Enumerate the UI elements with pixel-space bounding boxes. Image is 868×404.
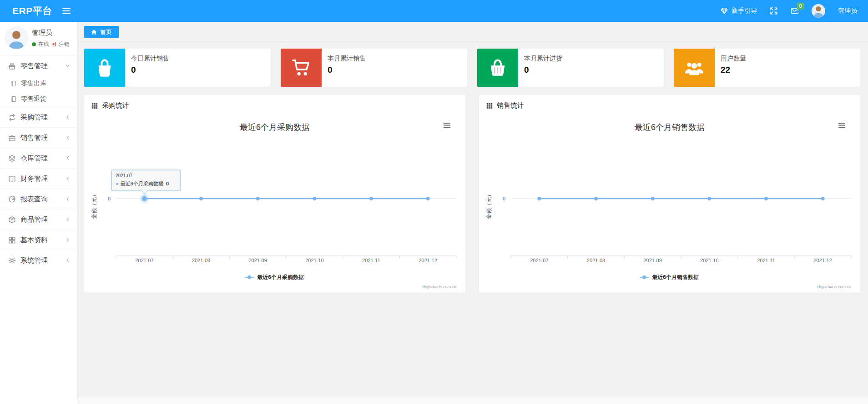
- sidebar-item-销售管理[interactable]: 销售管理: [0, 127, 77, 148]
- logout-label: 注销: [59, 40, 70, 48]
- sidebar-item-报表查询[interactable]: 报表查询: [0, 189, 77, 209]
- x-tick-label: 2021-12: [813, 258, 832, 263]
- stat-card-本月累计进货[interactable]: 本月累计进货 0: [477, 49, 664, 87]
- breadcrumb-bar: 首页: [77, 22, 868, 43]
- sidebar-item-系统管理[interactable]: 系统管理: [0, 250, 77, 270]
- sidebar-user-name: 管理员: [32, 29, 70, 37]
- sidebar-subitem-零售退货[interactable]: 零售退货: [0, 91, 77, 107]
- navbar-username[interactable]: 管理员: [838, 7, 857, 15]
- tooltip-header: 2021-07: [116, 173, 132, 178]
- main-content: 今日累计销售 0 本月累计销售 0 本月累计进货 0 用户数量 22 采购统计 …: [77, 43, 868, 404]
- x-tick-label: 2021-08: [192, 258, 210, 263]
- data-point-marker: [594, 197, 598, 200]
- stat-card-value: 0: [328, 65, 366, 75]
- sidebar-toggle-button[interactable]: [62, 6, 72, 16]
- chart-legend[interactable]: 最近6个月采购数据: [245, 274, 304, 280]
- sidebar-subitem-label: 零售退货: [21, 95, 46, 103]
- messages-button[interactable]: 0: [791, 7, 799, 15]
- grid4-icon: [8, 236, 16, 244]
- logout-link[interactable]: 注销: [51, 40, 70, 48]
- panel-header: 采购统计: [84, 95, 465, 116]
- basket-icon: [477, 49, 518, 87]
- svg-text:最近6个月销售数据: 最近6个月销售数据: [635, 123, 705, 132]
- chart-legend[interactable]: 最近6个月销售数据: [640, 274, 699, 280]
- chart-最近6个月采购数据: 最近6个月采购数据0金额（元）2021-072021-082021-092021…: [84, 116, 465, 294]
- y-axis-title: 金额（元）: [91, 192, 97, 219]
- fullscreen-button[interactable]: [770, 7, 778, 15]
- tab-home[interactable]: 首页: [84, 26, 119, 38]
- stat-card-label: 用户数量: [721, 55, 746, 63]
- guide-button[interactable]: 新手引导: [720, 7, 757, 15]
- signout-icon: [51, 41, 57, 47]
- sidebar-item-label: 零售管理: [20, 62, 48, 70]
- series-最近6个月销售数据[interactable]: [537, 197, 824, 200]
- chevron-left-icon: [65, 155, 71, 161]
- data-point-marker: [142, 196, 147, 201]
- x-tick-label: 2021-11: [362, 258, 380, 263]
- file-icon: [10, 80, 17, 87]
- box-icon: [8, 216, 16, 224]
- chevron-left-icon: [65, 237, 71, 243]
- highcharts-credits[interactable]: Highcharts.com.cn: [422, 284, 456, 289]
- sidebar: 管理员 在线 注销 零售管理 零售出库 零售退货 采购管理 销售管理 仓库管理 …: [0, 22, 77, 404]
- sidebar-item-商品管理[interactable]: 商品管理: [0, 209, 77, 229]
- chevron-left-icon: [65, 217, 71, 222]
- y-tick-label: 0: [503, 196, 505, 201]
- sidebar-item-label: 报表查询: [20, 195, 48, 204]
- stat-card-用户数量[interactable]: 用户数量 22: [674, 49, 860, 87]
- sidebar-item-label: 采购管理: [20, 113, 48, 122]
- chart-context-menu-button[interactable]: [444, 123, 450, 127]
- users-icon: [674, 49, 715, 87]
- x-tick-label: 2021-07: [530, 258, 548, 263]
- sidebar-subitem-label: 零售出库: [21, 80, 46, 88]
- footer-strip: [77, 397, 868, 404]
- chevron-left-icon: [65, 135, 71, 140]
- cart-icon: [281, 49, 322, 87]
- navbar-right: 新手引导 0 管理员: [720, 4, 868, 18]
- chevron-left-icon: [65, 196, 71, 202]
- legend-label: 最近6个月销售数据: [652, 274, 699, 280]
- sidebar-item-label: 系统管理: [20, 256, 48, 265]
- tooltip-body: ●最近6个月采购数据: 0: [116, 181, 169, 186]
- person-icon: [812, 4, 825, 18]
- data-point-marker: [707, 197, 711, 200]
- panel-header: 销售统计: [479, 95, 860, 116]
- sidebar-item-基本资料[interactable]: 基本资料: [0, 229, 77, 250]
- series-最近6个月采购数据[interactable]: [140, 194, 429, 203]
- x-tick-label: 2021-09: [248, 258, 267, 263]
- layers-icon: [8, 155, 16, 162]
- sidebar-menu: 零售管理 零售出库 零售退货 采购管理 销售管理 仓库管理 财务管理 报表查询 …: [0, 55, 77, 270]
- stat-card-label: 本月累计销售: [328, 55, 366, 63]
- stat-card-本月累计销售[interactable]: 本月累计销售 0: [281, 49, 467, 87]
- data-point-marker: [764, 197, 768, 200]
- hamburger-icon: [62, 7, 71, 15]
- chart-context-menu-button[interactable]: [838, 123, 845, 127]
- sidebar-item-零售管理[interactable]: 零售管理: [0, 55, 77, 76]
- charts-row: 采购统计 最近6个月采购数据0金额（元）2021-072021-082021-0…: [84, 95, 860, 294]
- x-tick-label: 2021-11: [757, 258, 775, 263]
- navbar-avatar[interactable]: [812, 4, 825, 18]
- gear-icon: [8, 257, 16, 264]
- top-navbar: ERP平台 新手引导 0 管理员: [0, 0, 868, 22]
- stat-card-body: 今日累计销售 0: [125, 49, 174, 87]
- username-label: 管理员: [838, 7, 857, 15]
- tab-home-label: 首页: [100, 28, 112, 36]
- data-point-marker: [199, 197, 203, 200]
- sidebar-subitem-零售出库[interactable]: 零售出库: [0, 76, 77, 91]
- app-brand[interactable]: ERP平台: [0, 5, 62, 17]
- sidebar-item-财务管理[interactable]: 财务管理: [0, 168, 77, 189]
- stat-card-今日累计销售[interactable]: 今日累计销售 0: [84, 49, 271, 87]
- sidebar-item-采购管理[interactable]: 采购管理: [0, 107, 77, 127]
- gem-icon: [720, 7, 728, 15]
- legend-label: 最近6个月采购数据: [257, 274, 304, 280]
- x-tick-label: 2021-10: [305, 258, 323, 263]
- chart-最近6个月销售数据: 最近6个月销售数据0金额（元）2021-072021-082021-092021…: [479, 116, 860, 294]
- online-status-dot: [32, 42, 36, 46]
- sidebar-item-仓库管理[interactable]: 仓库管理: [0, 148, 77, 168]
- data-point-marker: [651, 197, 655, 200]
- stat-card-body: 本月累计进货 0: [518, 49, 567, 87]
- data-point-marker: [369, 197, 373, 200]
- chevron-left-icon: [65, 176, 71, 181]
- highcharts-credits[interactable]: Highcharts.com.cn: [817, 284, 851, 289]
- sidebar-avatar[interactable]: [5, 27, 28, 50]
